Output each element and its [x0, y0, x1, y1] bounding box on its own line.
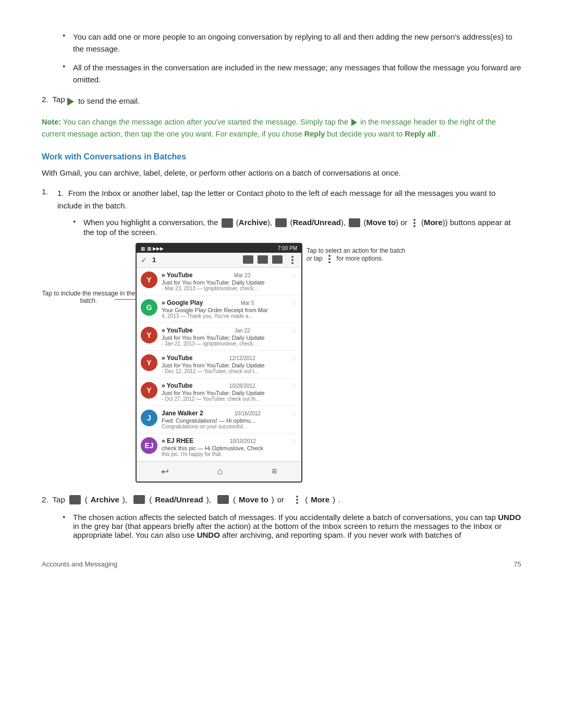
annotation-line-left: [115, 299, 136, 300]
note-text: You can change the message action after …: [61, 118, 348, 126]
archive-icon: [222, 218, 233, 228]
bullet-dot-2: ●: [63, 64, 68, 69]
moveto-label: Move to: [366, 218, 396, 227]
message-sender-5: Jane Walker 2: [162, 410, 203, 417]
message-star-6[interactable]: ☆: [291, 437, 297, 445]
s2-dot3: [296, 502, 298, 504]
phone-toolbar: ✓ 1: [137, 253, 301, 268]
message-row-3[interactable]: Y» YouTube12/12/2012☆Just for You from Y…: [137, 351, 301, 378]
a-dot3: [328, 261, 331, 263]
chosen-text1: The chosen action affects the selected b…: [73, 513, 496, 522]
step-from-inbox-text: 1. From the Inbox or another label, tap …: [57, 187, 521, 212]
message-row-0[interactable]: Y» YouTubeMar 23☆Just for You from YouTu…: [137, 268, 301, 295]
home-icon[interactable]: ⌂: [217, 466, 223, 477]
sub-bullet-text: When you highlight a conversation, the (…: [83, 218, 521, 237]
message-star-0[interactable]: ☆: [291, 272, 297, 279]
step2-archive-icon: [69, 495, 81, 504]
section-para: With Gmail, you can archive, label, dele…: [42, 167, 521, 179]
step-send-text: to send the email.: [78, 96, 140, 105]
message-body-5: Jane Walker 210/16/2012☆Fwd: Congratulat…: [162, 410, 297, 429]
message-row-2[interactable]: Y» YouTubeJan 22☆Just for You from YouTu…: [137, 323, 301, 351]
message-preview-3: - Dec 12, 2012 — YouTuber, check out t..…: [162, 368, 297, 374]
more-dot-2: [413, 222, 415, 224]
message-subject-5: Fwd: Congratulations! — Hi optimu...: [162, 417, 297, 424]
message-body-0: » YouTubeMar 23☆Just for You from YouTub…: [162, 272, 297, 291]
phone-annotation-wrapper: Tap to include the message in the batch.…: [42, 243, 521, 483]
message-star-1[interactable]: ☆: [291, 299, 297, 307]
m-dot2: [291, 259, 293, 261]
sub-bullet-highlight: ● When you highlight a conversation, the…: [73, 218, 521, 237]
message-row-1[interactable]: G» Google PlayMar 5☆Your Google Play Ord…: [137, 295, 301, 323]
message-subject-4: Just for You from YouTube: Daily Update: [162, 390, 297, 396]
note-label: Note:: [42, 118, 61, 126]
menu-icon[interactable]: ≡: [272, 466, 277, 477]
message-preview-1: 4, 2013 — Thank you, You've made a...: [162, 313, 297, 319]
step2-readunread-label: Read/Unread: [155, 495, 203, 504]
undo-label2: UNDO: [197, 530, 220, 539]
message-subject-0: Just for You from YouTube: Daily Update: [162, 279, 297, 286]
bullet-item-1: ● You can add one or more people to an o…: [63, 31, 521, 55]
step2-more-label: More: [311, 495, 329, 504]
message-row-5[interactable]: JJane Walker 210/16/2012☆Fwd: Congratula…: [137, 406, 301, 434]
message-subject-6: check this pic — Hi Optimuslove, Check: [162, 445, 297, 451]
message-date-2: Jan 22: [235, 328, 250, 334]
message-sender-2: » YouTube: [162, 327, 192, 334]
check-icon: ✓: [141, 256, 147, 264]
status-time: 7:00 PM: [278, 245, 297, 251]
note-text3: but decide you want to: [327, 130, 402, 138]
footer-right: 75: [514, 560, 521, 568]
message-star-5[interactable]: ☆: [291, 410, 297, 417]
message-sender-4: » YouTube: [162, 382, 192, 389]
message-avatar-6: EJ: [141, 437, 157, 454]
step2-end: .: [338, 495, 340, 504]
bullet-text-2: All of the messages in the conversation …: [73, 62, 521, 85]
message-meta-0: » YouTubeMar 23☆: [162, 272, 297, 279]
message-sender-6: » EJ RHEE: [162, 437, 193, 445]
a-dot1: [328, 255, 331, 257]
toolbar-more-btn[interactable]: [289, 255, 296, 265]
message-row-4[interactable]: Y» YouTube10/28/2012☆Just for You from Y…: [137, 378, 301, 406]
moveto-icon: [349, 218, 360, 227]
message-preview-2: - Jan 21, 2013 — Igniptimuslove, check..…: [162, 341, 297, 347]
step-send-content: to send the email.: [65, 95, 140, 107]
toolbar-icons: [243, 255, 297, 265]
phone-frame: ▦ ▦ ▶▶▶ 7:00 PM ✓ 1 Y» YouTubeMar 23☆Jus…: [136, 243, 302, 483]
annotation-left-text: Tap to include the message in the batch.: [42, 290, 136, 304]
page-footer: Accounts and Messaging 75: [42, 560, 521, 568]
message-avatar-5: J: [141, 410, 157, 426]
sub-bullet-dot: ●: [73, 219, 78, 224]
message-row-6[interactable]: EJ» EJ RHEE10/10/2012☆check this pic — H…: [137, 434, 301, 461]
toolbar-readunread-btn[interactable]: [258, 255, 268, 264]
more-dot-1: [413, 219, 415, 221]
message-star-2[interactable]: ☆: [291, 327, 297, 335]
toolbar-archive-btn[interactable]: [243, 255, 253, 264]
message-subject-3: Just for You from YouTube: Daily Update: [162, 362, 297, 368]
signal-icon: ▦ ▦ ▶▶▶: [141, 246, 164, 251]
more-dot-3: [413, 225, 415, 227]
message-body-6: » EJ RHEE10/10/2012☆check this pic — Hi …: [162, 437, 297, 457]
back-icon[interactable]: ↩: [161, 466, 169, 477]
undo-label1: UNDO: [498, 513, 521, 522]
s2-dot1: [296, 496, 298, 498]
sub-bullet-chosen: ● The chosen action affects the selected…: [63, 513, 521, 539]
message-date-1: Mar 5: [241, 300, 254, 306]
message-star-3[interactable]: ☆: [291, 354, 297, 362]
more-label: More: [424, 218, 443, 227]
s2-dot2: [296, 499, 298, 501]
step2-tap: 2. Tap (Archive), (Read/Unread), (Move t…: [42, 495, 521, 504]
toolbar-moveto-btn[interactable]: [272, 255, 283, 264]
step2-moveto-icon: [217, 495, 229, 504]
message-star-4[interactable]: ☆: [291, 382, 297, 390]
message-meta-3: » YouTube12/12/2012☆: [162, 354, 297, 362]
m-dot3: [291, 262, 293, 264]
step2-archive-label: Archive: [91, 495, 119, 504]
a-dot2: [328, 258, 331, 260]
readunread-icon: [275, 218, 287, 227]
message-sender-3: » YouTube: [162, 354, 192, 362]
message-body-3: » YouTube12/12/2012☆Just for You from Yo…: [162, 354, 297, 374]
annotation-left: Tap to include the message in the batch.: [42, 243, 136, 304]
message-date-4: 10/28/2012: [229, 383, 255, 389]
message-meta-2: » YouTubeJan 22☆: [162, 327, 297, 335]
annotation-right-text2: for more options.: [336, 255, 383, 262]
m-dot1: [291, 256, 293, 258]
